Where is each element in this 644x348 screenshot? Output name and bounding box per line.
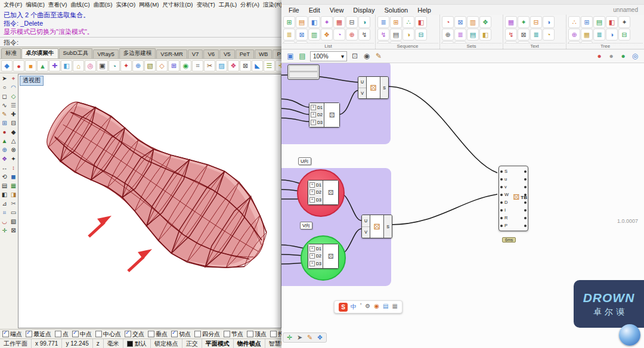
merge-input-row[interactable]: + D1 bbox=[309, 182, 321, 188]
input-port[interactable]: V bbox=[358, 88, 366, 99]
checkbox[interactable] bbox=[2, 331, 9, 337]
side-toolbar-icon[interactable]: ◨ bbox=[10, 191, 18, 198]
menu-item[interactable]: File bbox=[284, 7, 304, 14]
view-tool-icon[interactable]: ⊡ bbox=[349, 51, 360, 61]
component-icon[interactable]: ∴ bbox=[568, 16, 580, 28]
component-icon[interactable]: ▦ bbox=[333, 16, 345, 28]
menu-item[interactable]: 实体(O) bbox=[114, 1, 137, 8]
component-icon[interactable]: ▦ bbox=[581, 29, 593, 41]
output-port[interactable]: S bbox=[383, 215, 392, 238]
ime-icon[interactable]: ▦ bbox=[392, 303, 397, 311]
sole-mesh[interactable] bbox=[29, 79, 281, 293]
component-icon[interactable]: ≣ bbox=[454, 29, 466, 41]
side-toolbar-icon[interactable]: ◡ bbox=[1, 218, 9, 225]
status-item[interactable]: x 99.771 bbox=[32, 339, 62, 348]
ime-icon[interactable]: 中 bbox=[351, 303, 357, 311]
component-icon[interactable]: ◔ bbox=[333, 29, 345, 41]
tb-port-row[interactable]: u bbox=[499, 175, 528, 183]
component-icon[interactable]: ⊠ bbox=[454, 16, 466, 28]
menu-item[interactable]: View bbox=[325, 7, 349, 14]
toolbar-icon[interactable]: ⌗ bbox=[192, 60, 203, 72]
checkbox[interactable] bbox=[72, 331, 79, 337]
viewport-label[interactable]: 透视图 bbox=[20, 76, 44, 86]
expand-icon[interactable]: + bbox=[311, 112, 316, 117]
osnap-toggle[interactable]: 端点 bbox=[2, 330, 22, 338]
component-icon[interactable]: ◑ bbox=[543, 16, 555, 28]
toolbar-icon[interactable]: ☰ bbox=[264, 60, 275, 72]
side-toolbar-icon[interactable]: ⌖ bbox=[10, 74, 18, 82]
osnap-toggle[interactable]: 点 bbox=[55, 330, 69, 338]
status-item[interactable]: 默认 bbox=[123, 339, 151, 348]
input-port[interactable]: V bbox=[362, 227, 370, 238]
component-icon[interactable]: ⊞ bbox=[283, 16, 295, 28]
component-icon[interactable]: ▤ bbox=[296, 16, 308, 28]
input-port-dot[interactable] bbox=[500, 209, 503, 212]
toolbar-icon[interactable]: ✂ bbox=[204, 60, 215, 72]
component-icon[interactable]: ▤ bbox=[390, 29, 402, 41]
menu-item[interactable]: 网格(M) bbox=[137, 1, 160, 8]
osnap-toggle[interactable]: 中心点 bbox=[95, 330, 121, 338]
tb-component[interactable]: ⚄ TB S u v bbox=[499, 166, 528, 231]
osnap-toggle[interactable]: 垂点 bbox=[148, 330, 168, 338]
toolbar-icon[interactable]: ⌂ bbox=[73, 60, 84, 72]
side-toolbar-icon[interactable]: ◆ bbox=[10, 128, 18, 136]
side-toolbar-icon[interactable]: ☰ bbox=[10, 101, 18, 109]
toolbar-icon[interactable]: ◎ bbox=[85, 60, 96, 72]
input-port-dot[interactable] bbox=[500, 178, 503, 181]
status-item[interactable]: y 12.245 bbox=[62, 339, 92, 348]
ime-toolbar[interactable]: S 中’⚙◉▤▦ bbox=[334, 300, 402, 313]
ime-logo[interactable]: S bbox=[339, 303, 348, 312]
component-icon[interactable]: ↯ bbox=[358, 29, 370, 41]
menu-item[interactable]: 尺寸标注(D) bbox=[160, 1, 194, 8]
zoom-select[interactable]: 100% ▾ bbox=[310, 51, 347, 61]
tb-port-row[interactable]: R bbox=[499, 214, 528, 222]
input-port-dot[interactable] bbox=[500, 194, 503, 196]
side-toolbar-icon[interactable]: ❖ bbox=[1, 155, 9, 163]
expand-icon[interactable]: + bbox=[309, 246, 315, 251]
side-toolbar-icon[interactable]: ⊕ bbox=[1, 146, 9, 154]
canvas-tool-icon[interactable]: ✎ bbox=[305, 334, 314, 341]
save-icon[interactable]: ▤ bbox=[297, 51, 308, 61]
osnap-toggle[interactable]: 交点 bbox=[125, 330, 144, 338]
menu-item[interactable]: 曲线(C) bbox=[69, 1, 91, 8]
side-toolbar-icon[interactable]: ● bbox=[1, 128, 9, 136]
side-toolbar-icon[interactable]: ◼ bbox=[10, 173, 18, 181]
command-prompt[interactable]: 指令: bbox=[0, 37, 282, 46]
component-icon[interactable]: ❖ bbox=[479, 16, 491, 28]
toolbar-tab[interactable]: V7 bbox=[188, 49, 203, 58]
merge-node-u[interactable]: + D1 + D2 + D3 ⚄ bbox=[308, 180, 339, 205]
toolbar-icon[interactable]: ⊠ bbox=[240, 60, 251, 72]
side-toolbar-icon[interactable]: ◠ bbox=[10, 83, 18, 91]
input-port-dot[interactable] bbox=[500, 225, 503, 227]
output-port-dot[interactable] bbox=[524, 201, 527, 204]
status-item[interactable]: 锁定格点 bbox=[151, 339, 182, 348]
display-mode-icon[interactable]: ◎ bbox=[630, 51, 640, 61]
side-toolbar-icon[interactable]: ◇ bbox=[10, 92, 18, 100]
component-icon[interactable]: ▦ bbox=[505, 16, 517, 28]
checkbox[interactable] bbox=[148, 331, 154, 337]
menu-item[interactable]: Edit bbox=[304, 7, 325, 14]
toolbar-icon[interactable]: ▲ bbox=[37, 60, 48, 72]
merge-input-row[interactable]: + D3 bbox=[309, 261, 321, 267]
toolbar-tab[interactable]: SubD工具 bbox=[59, 48, 93, 58]
expand-icon[interactable]: + bbox=[309, 253, 315, 259]
side-toolbar-icon[interactable]: ⊗ bbox=[10, 146, 18, 154]
output-port-dot[interactable] bbox=[524, 225, 527, 227]
component-icon[interactable]: ◑ bbox=[358, 16, 370, 28]
component-icon[interactable]: ↯ bbox=[377, 29, 389, 41]
output-port-dot[interactable] bbox=[524, 209, 527, 212]
display-mode-icon[interactable]: ● bbox=[606, 51, 617, 61]
component-icon[interactable]: ⊕ bbox=[568, 29, 580, 41]
ime-icon[interactable]: ’ bbox=[360, 303, 361, 311]
toolbar-icon[interactable]: ◣ bbox=[252, 60, 263, 72]
merge-input-row[interactable]: + D3 bbox=[309, 197, 321, 203]
merge-input-row[interactable]: + D2 bbox=[311, 112, 323, 118]
component-icon[interactable]: ◧ bbox=[479, 29, 491, 41]
perspective-viewport[interactable]: 透视图 bbox=[18, 74, 281, 328]
side-toolbar-icon[interactable]: △ bbox=[10, 137, 18, 145]
component-icon[interactable]: ◔ bbox=[543, 29, 555, 41]
merge-node-top[interactable]: + D1 + D2 + D3 ⚄ bbox=[309, 102, 340, 128]
component-icon[interactable]: ❖ bbox=[321, 29, 333, 41]
component-icon[interactable]: ◑ bbox=[606, 29, 618, 41]
component-icon[interactable]: ⊞ bbox=[390, 16, 402, 28]
